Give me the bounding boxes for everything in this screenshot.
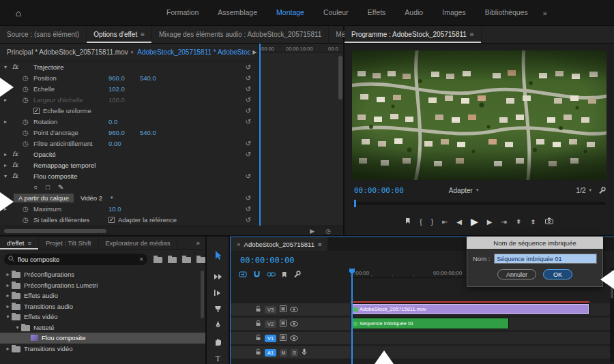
bin-icon[interactable] — [196, 257, 205, 263]
sequence-name-input[interactable] — [494, 254, 597, 264]
effect-row-filtre-anticintillement[interactable]: ◷ Filtre anticintillement 0.00 ↺ — [0, 138, 258, 149]
panel-menu-icon[interactable]: ≡ — [141, 31, 145, 38]
tab-source[interactable]: Source : (sans élément) — [0, 26, 87, 43]
snap-magnet-icon[interactable] — [253, 271, 261, 279]
add-marker-icon[interactable] — [282, 271, 287, 279]
new-custom-bin-icon[interactable] — [154, 257, 162, 263]
param-value[interactable]: 100.0 — [108, 96, 140, 104]
linked-selection-icon[interactable] — [267, 271, 276, 279]
reset-icon[interactable]: ↺ — [246, 118, 251, 125]
program-scrubber[interactable] — [353, 202, 606, 205]
sync-lock-icon[interactable] — [280, 305, 287, 314]
bin-icon[interactable] — [182, 257, 191, 263]
extract-button[interactable]: ⇟ — [530, 218, 536, 226]
param-value[interactable]: 0.00 — [108, 140, 140, 147]
reset-icon[interactable]: ↺ — [246, 85, 251, 93]
ok-button[interactable]: OK — [543, 269, 572, 279]
timeline-playhead[interactable] — [351, 269, 353, 364]
play-button[interactable]: ▶ — [471, 216, 478, 227]
hand-tool-icon[interactable] — [213, 337, 223, 347]
panel-overflow-icon[interactable]: » — [196, 239, 200, 247]
solo-button[interactable]: S — [291, 349, 298, 357]
expander-icon[interactable]: ▸ — [4, 292, 12, 299]
track-header-v2[interactable]: V2 — [231, 318, 350, 330]
track-lock-icon[interactable] — [255, 348, 261, 357]
stopwatch-icon[interactable]: ◷ — [23, 140, 33, 147]
stopwatch-icon[interactable]: ◷ — [23, 205, 33, 213]
settings-wrench-icon[interactable] — [598, 187, 606, 194]
keyframe-timeline[interactable]: 00:00 00:00:16:00 00:0 — [258, 44, 343, 226]
workspace-tab-montage[interactable]: Montage — [267, 0, 314, 25]
sync-lock-icon[interactable] — [280, 334, 287, 342]
timeline-settings-wrench-icon[interactable] — [293, 271, 301, 279]
track-target-v3[interactable]: V3 — [265, 306, 276, 314]
expander-icon[interactable]: ▸ — [4, 162, 12, 168]
tree-item-preconfigurations[interactable]: ▸Préconfigurations — [0, 269, 205, 280]
tab-effect-controls[interactable]: Options d'effet≡ — [87, 26, 152, 43]
param-value[interactable]: 0.0 — [108, 118, 140, 125]
bin-icon[interactable] — [168, 257, 177, 263]
param-value-x[interactable]: 960.0 — [108, 129, 140, 136]
track-visibility-eye-icon[interactable] — [290, 320, 298, 328]
scrubber-playhead[interactable] — [354, 200, 356, 207]
lane-v1[interactable] — [350, 332, 610, 344]
keyframe-ruler[interactable]: 00:00 00:00:16:00 00:0 — [259, 44, 343, 53]
stopwatch-icon[interactable]: ◷ — [23, 74, 33, 82]
ripple-edit-tool-icon[interactable] — [213, 288, 223, 298]
param-value[interactable]: 102.0 — [108, 85, 140, 93]
effect-row-echelle[interactable]: ▸ ◷ Echelle 102.0 ↺ — [0, 83, 258, 94]
reset-icon[interactable]: ↺ — [246, 194, 251, 202]
track-lock-icon[interactable] — [255, 334, 261, 342]
track-lock-icon[interactable] — [255, 320, 261, 328]
expander-icon[interactable]: ▾ — [4, 314, 12, 320]
mute-button[interactable]: M — [280, 349, 287, 357]
tab-audio-mixer[interactable]: Mixage des éléments audio : AdobeStock_2… — [152, 26, 329, 43]
param-value-y[interactable]: 540.0 — [140, 74, 171, 82]
effects-search-input[interactable] — [18, 256, 136, 263]
reset-icon[interactable]: ↺ — [246, 172, 251, 180]
sync-lock-icon[interactable] — [280, 320, 287, 328]
workspace-tab-images[interactable]: Images — [433, 0, 475, 25]
effect-row-rotation[interactable]: ▸ ◷ Rotation 0.0 ↺ — [0, 116, 258, 127]
pen-mask-icon[interactable]: ✎ — [58, 183, 63, 191]
effect-row-flou-composite[interactable]: ▾ fx Flou composite ↺ — [0, 170, 258, 181]
reset-icon[interactable]: ↺ — [246, 216, 251, 224]
workspace-tab-effets[interactable]: Effets — [358, 0, 396, 25]
tree-item-transitions-video[interactable]: ▸Transitions vidéo — [0, 344, 205, 354]
stopwatch-icon[interactable]: ◷ — [23, 129, 33, 136]
clip-adobestock[interactable]: AdobeStock_205715811.mov — [351, 303, 589, 315]
program-timecode[interactable]: 00:00:00:00 — [354, 186, 404, 195]
effect-row-position[interactable]: ◷ Position 960.0 540.0 ↺ — [0, 72, 258, 83]
track-visibility-eye-icon[interactable] — [290, 306, 298, 314]
expander-icon[interactable]: ▸ — [4, 119, 12, 125]
master-clip-name[interactable]: Principal * AdobeStock_205715811.mov — [7, 48, 128, 56]
add-marker-icon[interactable] — [405, 217, 411, 226]
expander-icon[interactable]: ▸ — [4, 346, 12, 352]
selection-tool-icon[interactable] — [213, 250, 223, 260]
ellipse-mask-icon[interactable]: ○ — [33, 183, 38, 191]
toggle-animation-icon[interactable]: ◷ — [325, 228, 331, 234]
close-icon[interactable]: × — [237, 241, 241, 248]
playback-resolution-dropdown[interactable]: 1/2▾ — [576, 187, 591, 194]
fit-dropdown[interactable]: Adapter▾ — [449, 187, 479, 194]
panel-menu-icon[interactable]: ≡ — [27, 239, 31, 247]
home-icon[interactable]: ⌂ — [0, 7, 37, 18]
horizontal-scrollbar[interactable] — [4, 229, 106, 233]
clear-search-icon[interactable]: × — [139, 256, 143, 263]
chevron-down-icon[interactable]: ▾ — [131, 50, 134, 55]
uniform-scale-checkbox[interactable]: ✓ — [33, 108, 40, 114]
param-value-x[interactable]: 960.0 — [108, 74, 140, 82]
track-select-tool-icon[interactable] — [213, 271, 223, 282]
workspace-tab-formation[interactable]: Formation — [157, 0, 208, 25]
nest-sequence-icon[interactable] — [239, 271, 247, 279]
effect-row-largeur-echelle[interactable]: ▸ ◷ Largeur d'échelle 100.0 ↺ — [0, 94, 258, 105]
track-header-v3[interactable]: V3 — [231, 303, 350, 316]
reset-icon[interactable]: ↺ — [246, 140, 251, 147]
stretch-checkbox[interactable]: ✓ — [108, 217, 115, 223]
track-header-v1[interactable]: V1 — [231, 332, 350, 344]
effect-row-remappage-temporel[interactable]: ▸ fx Remappage temporel — [0, 160, 258, 170]
rect-mask-icon[interactable]: □ — [46, 183, 50, 191]
mark-in-button[interactable]: { — [420, 218, 422, 226]
tab-explorateur[interactable]: Explorateur de médias — [99, 237, 178, 249]
timeline-timecode[interactable]: 00:00:00:00 — [240, 256, 294, 265]
